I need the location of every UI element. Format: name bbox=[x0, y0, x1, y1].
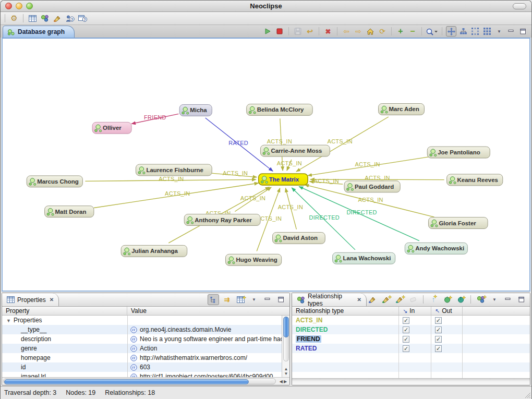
zoom-in-button[interactable]: + bbox=[395, 26, 406, 37]
minimize-button[interactable] bbox=[506, 26, 516, 37]
add-outgoing-node-button[interactable] bbox=[455, 294, 466, 305]
titlebar[interactable]: Neoclipse bbox=[1, 1, 531, 12]
add-relationship-button[interactable]: ↑ bbox=[428, 294, 439, 305]
advanced-properties-button[interactable]: ⇉ bbox=[221, 294, 233, 305]
in-checkbox[interactable]: ✓ bbox=[403, 327, 409, 333]
radial-layout-button[interactable] bbox=[470, 26, 480, 37]
relationship-type-row-rated[interactable]: RATED✓✓ bbox=[292, 344, 530, 353]
tab-properties[interactable]: Properties ✕ bbox=[2, 293, 59, 306]
zoom-window-button[interactable] bbox=[26, 3, 33, 9]
zoom-tool-button[interactable] bbox=[426, 26, 438, 37]
delete-button[interactable]: ✖ bbox=[323, 26, 333, 37]
highlight-outgoing-button[interactable] bbox=[394, 294, 405, 305]
column-header-relationship-type[interactable]: Relationship type bbox=[292, 307, 399, 315]
copy-table-button[interactable] bbox=[235, 294, 246, 305]
graph-node-lana[interactable]: Lana Wachowski bbox=[333, 252, 395, 264]
graph-node-marc[interactable]: Marc Aden bbox=[379, 103, 425, 115]
close-window-button[interactable] bbox=[5, 3, 12, 9]
out-checkbox[interactable]: ✓ bbox=[435, 327, 442, 333]
minimize-button[interactable] bbox=[502, 294, 514, 305]
property-row[interactable]: genreAction bbox=[2, 344, 282, 353]
graph-node-julian[interactable]: Julian Arahanga bbox=[121, 245, 187, 257]
properties-vertical-scrollbar[interactable]: ▲▼ bbox=[282, 316, 289, 377]
view-menu-button[interactable]: ▼ bbox=[248, 294, 260, 305]
properties-horizontal-scrollbar[interactable]: ◀ ▶ bbox=[2, 377, 289, 385]
scrollbar-arrows[interactable]: ▲▼ bbox=[282, 367, 289, 376]
add-incoming-node-button[interactable] bbox=[441, 294, 453, 305]
decorator-brush-button[interactable] bbox=[52, 13, 63, 24]
stop-button[interactable] bbox=[274, 26, 285, 37]
in-checkbox[interactable]: ✓ bbox=[403, 317, 409, 324]
graph-view-button[interactable] bbox=[39, 13, 51, 24]
graph-node-paul[interactable]: Paul Goddard bbox=[344, 181, 400, 192]
tree-layout-button[interactable] bbox=[458, 26, 468, 37]
graph-node-marcus[interactable]: Marcus Chong bbox=[27, 176, 82, 187]
highlight-relationship-button[interactable] bbox=[367, 294, 378, 305]
graph-node-micha[interactable]: Micha bbox=[179, 104, 212, 116]
column-header-property[interactable]: Property bbox=[2, 307, 127, 315]
dynamic-help-button[interactable]: ? bbox=[77, 13, 88, 24]
column-header-in[interactable]: ↘In bbox=[399, 307, 431, 315]
table-view-button[interactable] bbox=[27, 13, 38, 24]
back-button[interactable]: ⇦ bbox=[341, 26, 352, 37]
maximize-button[interactable] bbox=[518, 26, 528, 37]
property-row[interactable]: homepagehttp://whatisthematrix.warnerbro… bbox=[2, 353, 282, 362]
out-checkbox[interactable]: ✓ bbox=[435, 345, 442, 352]
minimize-window-button[interactable] bbox=[16, 3, 22, 9]
graph-node-matrix[interactable]: The Matrix bbox=[259, 174, 308, 185]
zoom-out-button[interactable]: − bbox=[407, 26, 418, 37]
tree-mode-button[interactable] bbox=[208, 294, 219, 305]
preferences-gear-button[interactable]: ⚙ bbox=[8, 13, 20, 24]
relationship-type-row-acts_in[interactable]: ACTS_IN✓✓ bbox=[292, 316, 530, 325]
property-group-row[interactable]: ▼Properties bbox=[2, 316, 282, 325]
tab-database-graph[interactable]: Database graph bbox=[3, 26, 75, 38]
graph-node-matt[interactable]: Matt Doran bbox=[45, 206, 94, 217]
graph-node-david[interactable]: David Aston bbox=[273, 232, 325, 244]
revert-button[interactable]: ↩ bbox=[305, 26, 315, 37]
relationship-type-row-friend[interactable]: FRIEND✓✓ bbox=[292, 334, 530, 344]
column-header-out[interactable]: ↖Out bbox=[431, 307, 463, 315]
expander-triangle-icon[interactable]: ▼ bbox=[6, 318, 11, 323]
forward-button[interactable]: ⇨ bbox=[353, 26, 364, 37]
graph-node-gloria[interactable]: Gloria Foster bbox=[428, 217, 488, 229]
toolbar-toggle-button[interactable] bbox=[513, 3, 526, 9]
out-checkbox[interactable]: ✓ bbox=[435, 336, 442, 343]
graph-node-belinda[interactable]: Belinda McClory bbox=[247, 104, 312, 115]
graph-node-carrie[interactable]: Carrie-Anne Moss bbox=[260, 145, 330, 156]
relationship-horizontal-scrollbar[interactable] bbox=[292, 378, 530, 385]
in-checkbox[interactable]: ✓ bbox=[403, 345, 409, 352]
refresh-button[interactable]: ⟳ bbox=[377, 26, 388, 37]
help-contents-button[interactable]: ? bbox=[64, 13, 76, 24]
move-layout-button[interactable] bbox=[446, 26, 456, 37]
graph-node-andy[interactable]: Andy Wachowski bbox=[405, 243, 467, 254]
graph-node-keanu[interactable]: Keanu Reeves bbox=[447, 174, 503, 186]
graph-node-anthony[interactable]: Anthony Ray Parker bbox=[184, 214, 260, 226]
minimize-button[interactable] bbox=[262, 294, 273, 305]
out-checkbox[interactable]: ✓ bbox=[435, 317, 442, 324]
graph-node-laurence[interactable]: Laurence Fishburne bbox=[136, 164, 212, 176]
in-checkbox[interactable]: ✓ bbox=[403, 336, 409, 343]
maximize-button[interactable] bbox=[516, 294, 527, 305]
new-relationship-type-button[interactable] bbox=[475, 294, 487, 305]
grid-layout-button[interactable] bbox=[482, 26, 492, 37]
graph-svg[interactable]: FRIENDRATEDACTS_INACTS_INACTS_INACTS_INA… bbox=[3, 39, 529, 291]
graph-node-joe[interactable]: Joe Pantoliano bbox=[427, 147, 490, 158]
tab-relationship-types[interactable]: Relationship types ✕ bbox=[292, 293, 367, 306]
property-row[interactable]: __type__org.neo4j.cineasts.domain.Movie bbox=[2, 325, 282, 334]
graph-node-hugo[interactable]: Hugo Weaving bbox=[225, 254, 281, 265]
close-icon[interactable]: ✕ bbox=[357, 297, 361, 303]
close-icon[interactable]: ✕ bbox=[50, 297, 54, 303]
property-row[interactable]: id603 bbox=[2, 362, 282, 372]
scrollbar-thumb[interactable] bbox=[4, 379, 249, 384]
graph-node-olliver[interactable]: Olliver bbox=[92, 122, 131, 134]
start-button[interactable] bbox=[262, 26, 273, 37]
graph-canvas[interactable]: FRIENDRATEDACTS_INACTS_INACTS_INACTS_INA… bbox=[2, 38, 530, 292]
maximize-button[interactable] bbox=[275, 294, 287, 305]
view-menu-button[interactable]: ▼ bbox=[494, 26, 504, 37]
view-menu-button[interactable]: ▼ bbox=[489, 294, 500, 305]
scrollbar-arrows[interactable]: ◀ ▶ bbox=[277, 379, 289, 384]
relationship-type-row-directed[interactable]: DIRECTED✓✓ bbox=[292, 325, 530, 334]
highlight-incoming-button[interactable] bbox=[380, 294, 392, 305]
resize-grip[interactable] bbox=[523, 391, 531, 398]
column-header-value[interactable]: Value bbox=[127, 307, 289, 315]
